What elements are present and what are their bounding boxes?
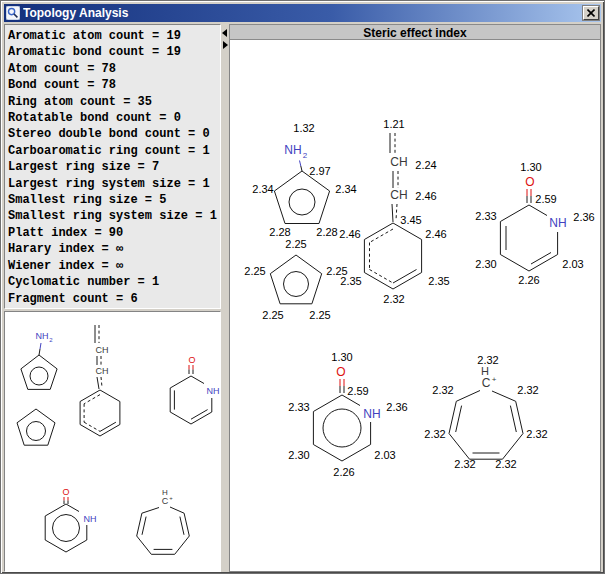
steric-value-label: 2.32 (432, 384, 453, 396)
property-line: Largest ring system size = 1 (8, 176, 219, 192)
property-line: Ring atom count = 35 (8, 94, 219, 110)
atom-label: NH (549, 216, 566, 230)
steric-value-label: 2.32 (517, 384, 538, 396)
property-line: Fragment count = 6 (8, 291, 219, 307)
steric-value-label: 2.59 (535, 193, 556, 205)
property-line: Wiener index = ∞ (8, 258, 219, 274)
steric-value-label: 2.30 (475, 258, 496, 270)
preview-molecule-pyridinone-aromatic: ONH (45, 487, 96, 552)
steric-value-label: 2.32 (383, 293, 404, 305)
window-title: Topology Analysis (23, 4, 580, 22)
property-line: Carboaromatic ring count = 1 (8, 143, 219, 159)
steric-value-label: 2.26 (518, 274, 539, 286)
steric-value-label: 2.46 (415, 190, 436, 202)
atom-label: NH (84, 514, 97, 524)
atom-label: NH (363, 407, 380, 421)
steric-value-label: 2.34 (335, 183, 356, 195)
atom-label: + (169, 495, 173, 501)
steric-value-label: 2.26 (333, 466, 354, 478)
property-line: Rotatable bond count = 0 (8, 110, 219, 126)
atom-label: CH (390, 188, 407, 202)
property-line: Largest ring size = 7 (8, 159, 219, 175)
preview-molecule-pyridinone: ONH (170, 355, 219, 424)
steric-value-label: 2.32 (526, 428, 547, 440)
atom-label: + (492, 375, 497, 384)
steric-value-label: 2.32 (495, 458, 516, 470)
right-column: Steric effect index 1.32NH22.972.342.342… (229, 24, 601, 572)
magnifier-icon (6, 6, 20, 20)
property-line: Stereo double bond count = 0 (8, 126, 219, 142)
steric-molecules-canvas: 1.32NH22.972.342.342.282.28 2.252.252.25… (230, 40, 601, 570)
property-line: Platt index = 90 (8, 225, 219, 241)
steric-value-label: 1.21 (383, 118, 404, 130)
molecule-fulvene: 1.21CH2.24CH2.463.452.462.462.352.352.32 (339, 118, 449, 305)
steric-value-label: 2.30 (288, 449, 309, 461)
steric-value-label: 2.28 (269, 226, 290, 238)
preview-molecule-aminocyclopentadienyl: NH2 (21, 331, 57, 389)
expand-right-arrow-icon[interactable] (223, 41, 228, 49)
atom-label: NH (36, 331, 49, 341)
property-line: Smallest ring system size = 1 (8, 208, 219, 224)
steric-value-label: 2.25 (244, 265, 265, 277)
atom-label: CH (96, 345, 109, 355)
molecule-aminocyclopentadienyl: 1.32NH22.972.342.342.282.28 (252, 122, 356, 238)
collapse-left-arrow-icon[interactable] (222, 29, 227, 37)
atom-label: O (336, 365, 345, 379)
title-bar[interactable]: Topology Analysis (4, 4, 601, 22)
steric-value-label: 2.03 (562, 258, 583, 270)
molecule-pyridinone: 1.30O2.59NH2.332.362.302.032.26 (475, 161, 594, 286)
steric-value-label: 2.03 (374, 449, 395, 461)
preview-molecule-tropylium: HC+ (137, 488, 190, 554)
molecule-preview-panel[interactable]: NH2 CHCH (4, 311, 221, 572)
steric-value-label: 2.28 (316, 226, 337, 238)
steric-value-label: 1.30 (331, 351, 352, 363)
steric-value-label: 2 (303, 151, 308, 160)
steric-value-label: 2.25 (262, 309, 283, 321)
steric-value-label: 2.25 (285, 238, 306, 250)
steric-value-label: 1.30 (520, 161, 541, 173)
steric-value-label: 2.33 (475, 210, 496, 222)
molecule-pyridinone-aromatic: 1.30O2.59NH2.332.362.302.032.26 (288, 351, 407, 478)
property-line: Smallest ring size = 5 (8, 192, 219, 208)
molecule-cyclopentadienyl: 2.252.252.252.252.25 (244, 238, 347, 321)
steric-value-label: 2.35 (428, 275, 449, 287)
atom-label: CH (96, 366, 109, 376)
steric-value-label: 2.34 (252, 183, 273, 195)
steric-value-label: 2.25 (309, 309, 330, 321)
atom-label: NH (207, 386, 220, 396)
property-line: Bond count = 78 (8, 77, 219, 93)
property-line: Atom count = 78 (8, 61, 219, 77)
steric-value-label: 3.45 (400, 214, 421, 226)
steric-value-label: 2.46 (339, 228, 360, 240)
steric-value-label: 2.59 (347, 385, 368, 397)
properties-panel[interactable]: Aromatic atom count = 19Aromatic bond co… (4, 24, 221, 309)
steric-value-label: 2.33 (288, 401, 309, 413)
steric-value-label: 2.32 (454, 458, 475, 470)
left-column: Aromatic atom count = 19Aromatic bond co… (4, 24, 221, 572)
preview-molecule-fulvene: CHCH (80, 325, 120, 436)
split-divider[interactable] (221, 24, 229, 572)
steric-effect-canvas[interactable]: 1.32NH22.972.342.342.282.28 2.252.252.25… (229, 40, 601, 572)
atom-label: NH (284, 143, 301, 157)
steric-value-label: 2 (49, 337, 53, 343)
close-button[interactable] (583, 6, 599, 20)
property-line: Cyclomatic number = 1 (8, 274, 219, 290)
steric-value-label: 2.32 (424, 428, 445, 440)
close-icon (587, 9, 595, 17)
atom-label: O (188, 355, 195, 365)
steric-value-label: 1.32 (293, 122, 314, 134)
steric-value-label: 2.36 (386, 401, 407, 413)
steric-value-label: 2.36 (573, 211, 594, 223)
property-line: Aromatic atom count = 19 (8, 28, 219, 44)
steric-value-label: 2.24 (415, 159, 436, 171)
steric-value-label: 2.46 (425, 228, 446, 240)
steric-effect-header: Steric effect index (229, 24, 601, 40)
atom-label: C (162, 496, 169, 506)
molecule-tropylium: 2.32HC+2.322.322.322.322.322.32 (424, 354, 547, 470)
steric-value-label: 2.35 (340, 275, 361, 287)
window-content: Aromatic atom count = 19Aromatic bond co… (4, 24, 601, 572)
preview-molecule-cyclopentadienyl (17, 409, 55, 445)
atom-label: CH (390, 155, 407, 169)
topology-analysis-window: Topology Analysis Aromatic atom count = … (0, 0, 605, 574)
atom-label: C (482, 376, 491, 390)
